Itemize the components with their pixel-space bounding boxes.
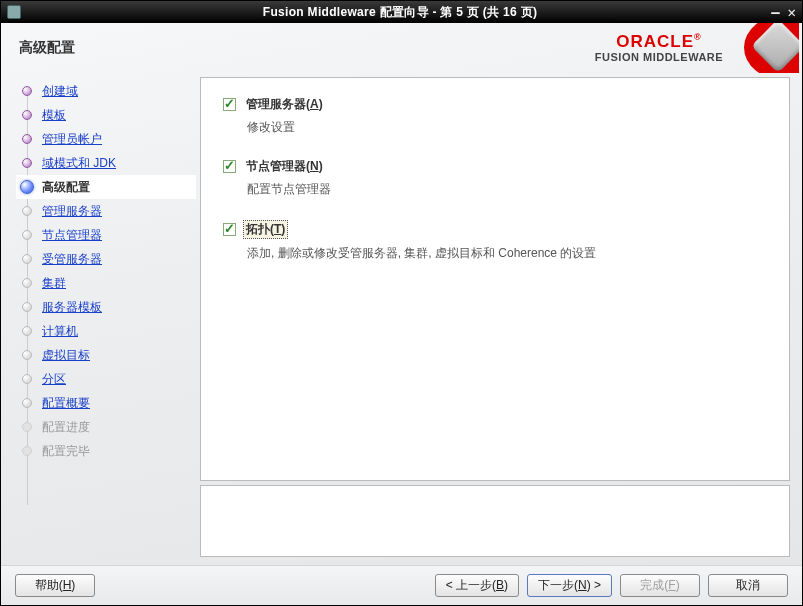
option-label[interactable]: 拓扑(T) <box>243 220 288 239</box>
step-bullet-icon <box>22 254 32 264</box>
step-bullet-icon <box>22 278 32 288</box>
sidebar-item-label: 域模式和 JDK <box>42 155 116 172</box>
step-bullet-icon <box>22 326 32 336</box>
sidebar-item-label: 分区 <box>42 371 66 388</box>
option-checkbox[interactable] <box>223 223 236 236</box>
sidebar-item-1[interactable]: 模板 <box>16 103 196 127</box>
sidebar-item-label: 模板 <box>42 107 66 124</box>
close-button[interactable]: ✕ <box>788 4 796 20</box>
app-icon <box>7 5 21 19</box>
config-option-1: 节点管理器(N)配置节点管理器 <box>223 158 767 198</box>
step-bullet-icon <box>22 110 32 120</box>
sidebar-item-label: 管理员帐户 <box>42 131 102 148</box>
window-controls: — ✕ <box>771 4 796 20</box>
sidebar-item-label: 虚拟目标 <box>42 347 90 364</box>
step-bullet-icon <box>22 134 32 144</box>
sidebar-item-label: 服务器模板 <box>42 299 102 316</box>
titlebar: Fusion Middleware 配置向导 - 第 5 页 (共 16 页) … <box>1 1 802 23</box>
sidebar-item-3[interactable]: 域模式和 JDK <box>16 151 196 175</box>
finish-button: 完成(F) <box>620 574 700 597</box>
option-description: 配置节点管理器 <box>247 181 767 198</box>
config-option-2: 拓扑(T)添加, 删除或修改受管服务器, 集群, 虚拟目标和 Coherence… <box>223 220 767 262</box>
sidebar-item-11[interactable]: 虚拟目标 <box>16 343 196 367</box>
sidebar-item-6[interactable]: 节点管理器 <box>16 223 196 247</box>
sidebar-item-9[interactable]: 服务器模板 <box>16 295 196 319</box>
sidebar-item-label: 配置完毕 <box>42 443 90 460</box>
sidebar-item-14: 配置进度 <box>16 415 196 439</box>
wizard-sidebar: 创建域模板管理员帐户域模式和 JDK高级配置管理服务器节点管理器受管服务器集群服… <box>1 73 196 565</box>
option-description: 修改设置 <box>247 119 767 136</box>
footer: 帮助(H) < 上一步(B) 下一步(N) > 完成(F) 取消 <box>1 565 802 605</box>
page-title: 高级配置 <box>19 39 534 57</box>
option-checkbox[interactable] <box>223 160 236 173</box>
body: 高级配置 ORACLE FUSION MIDDLEWARE 创建域模板管理员帐户… <box>1 23 802 605</box>
step-bullet-icon <box>22 422 32 432</box>
option-label[interactable]: 节点管理器(N) <box>246 158 323 175</box>
sidebar-item-5[interactable]: 管理服务器 <box>16 199 196 223</box>
step-bullet-icon <box>22 206 32 216</box>
minimize-button[interactable]: — <box>771 4 779 20</box>
window-title: Fusion Middleware 配置向导 - 第 5 页 (共 16 页) <box>29 4 771 21</box>
sidebar-item-label: 集群 <box>42 275 66 292</box>
step-bullet-icon <box>20 180 34 194</box>
message-panel <box>200 485 790 557</box>
step-bullet-icon <box>22 446 32 456</box>
sidebar-item-label: 受管服务器 <box>42 251 102 268</box>
sidebar-item-2[interactable]: 管理员帐户 <box>16 127 196 151</box>
sidebar-item-label: 节点管理器 <box>42 227 102 244</box>
sidebar-item-15: 配置完毕 <box>16 439 196 463</box>
option-label[interactable]: 管理服务器(A) <box>246 96 323 113</box>
sidebar-item-label: 管理服务器 <box>42 203 102 220</box>
sidebar-item-10[interactable]: 计算机 <box>16 319 196 343</box>
option-checkbox[interactable] <box>223 98 236 111</box>
content: 创建域模板管理员帐户域模式和 JDK高级配置管理服务器节点管理器受管服务器集群服… <box>1 73 802 565</box>
config-option-0: 管理服务器(A)修改设置 <box>223 96 767 136</box>
step-bullet-icon <box>22 158 32 168</box>
app-window: Fusion Middleware 配置向导 - 第 5 页 (共 16 页) … <box>0 0 803 606</box>
sidebar-item-7[interactable]: 受管服务器 <box>16 247 196 271</box>
header: 高级配置 ORACLE FUSION MIDDLEWARE <box>1 23 802 73</box>
logo-subtitle: FUSION MIDDLEWARE <box>595 51 723 63</box>
step-bullet-icon <box>22 398 32 408</box>
sidebar-item-label: 计算机 <box>42 323 78 340</box>
step-bullet-icon <box>22 374 32 384</box>
help-button[interactable]: 帮助(H) <box>15 574 95 597</box>
sidebar-item-label: 高级配置 <box>42 179 90 196</box>
back-button[interactable]: < 上一步(B) <box>435 574 519 597</box>
sidebar-item-12[interactable]: 分区 <box>16 367 196 391</box>
sidebar-item-label: 配置概要 <box>42 395 90 412</box>
options-panel: 管理服务器(A)修改设置节点管理器(N)配置节点管理器拓扑(T)添加, 删除或修… <box>200 77 790 481</box>
step-bullet-icon <box>22 302 32 312</box>
sidebar-item-0[interactable]: 创建域 <box>16 79 196 103</box>
option-description: 添加, 删除或修改受管服务器, 集群, 虚拟目标和 Coherence 的设置 <box>247 245 767 262</box>
logo-graphic <box>709 23 799 73</box>
sidebar-item-13[interactable]: 配置概要 <box>16 391 196 415</box>
sidebar-item-4[interactable]: 高级配置 <box>16 175 196 199</box>
brand-logo: ORACLE FUSION MIDDLEWARE <box>534 23 784 73</box>
step-bullet-icon <box>22 350 32 360</box>
next-button[interactable]: 下一步(N) > <box>527 574 612 597</box>
step-bullet-icon <box>22 230 32 240</box>
cancel-button[interactable]: 取消 <box>708 574 788 597</box>
sidebar-item-label: 配置进度 <box>42 419 90 436</box>
main-area: 管理服务器(A)修改设置节点管理器(N)配置节点管理器拓扑(T)添加, 删除或修… <box>196 73 802 565</box>
sidebar-item-label: 创建域 <box>42 83 78 100</box>
sidebar-item-8[interactable]: 集群 <box>16 271 196 295</box>
step-bullet-icon <box>22 86 32 96</box>
logo-oracle-text: ORACLE <box>595 33 723 52</box>
